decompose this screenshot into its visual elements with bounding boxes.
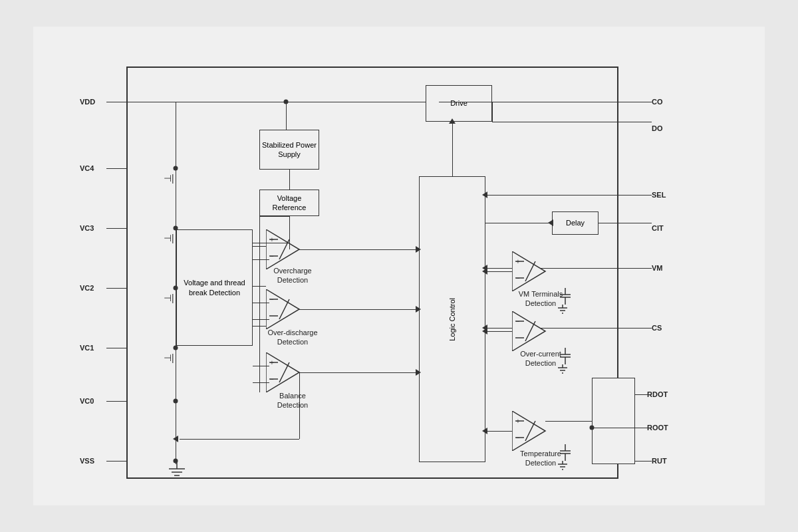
pin-vdd: VDD xyxy=(80,98,95,106)
arrow-ovdis-lc xyxy=(416,306,421,313)
wire-sel xyxy=(485,195,652,196)
pin-cit: CIT xyxy=(652,224,664,232)
svg-marker-21 xyxy=(512,251,545,291)
arrow-lc-drive xyxy=(449,118,456,124)
wire-ovdis-lc xyxy=(299,309,419,310)
svg-marker-15 xyxy=(266,352,299,392)
pin-vm: VM xyxy=(652,264,663,272)
pin-vc3: VC3 xyxy=(80,224,94,232)
wire-lc-delay xyxy=(485,223,552,223)
wire-vd-cmp2n xyxy=(253,319,269,320)
wire-vref-dist-v xyxy=(259,216,260,392)
pin-vc0: VC0 xyxy=(80,397,94,405)
ground-temp xyxy=(556,461,569,473)
svg-text:+: + xyxy=(270,359,274,366)
block-voltage-reference: Voltage Reference xyxy=(259,190,319,216)
wire-root xyxy=(592,428,652,428)
wire-rut xyxy=(635,461,652,462)
block-voltage-detection: Voltage and thread break Detection xyxy=(176,229,253,346)
ground-symbol xyxy=(164,462,190,482)
wire-rdot xyxy=(635,394,652,395)
pin-sel: SEL xyxy=(652,191,666,199)
svg-marker-10 xyxy=(266,289,299,329)
wire-drive-do xyxy=(492,102,493,122)
resistor-vc3: ⊣| xyxy=(164,233,174,243)
wire-vc3 xyxy=(106,228,126,229)
wire-anchor3 xyxy=(176,306,176,307)
pin-do: DO xyxy=(652,124,663,132)
arrow-oc-lc xyxy=(482,328,487,334)
svg-text:+: + xyxy=(516,418,520,425)
wire-ovch-lc xyxy=(299,249,419,250)
arrow-sel xyxy=(482,192,487,198)
wire-do xyxy=(492,122,652,122)
ground-oc xyxy=(556,364,569,376)
svg-text:−: − xyxy=(270,376,274,383)
arrow-ovch-lc xyxy=(416,246,421,253)
wire-vc0 xyxy=(106,401,126,402)
wire-vm xyxy=(485,268,652,269)
label-overdischarge: Over-dischargeDetection xyxy=(263,328,323,347)
svg-text:+: + xyxy=(516,258,520,265)
svg-text:−: − xyxy=(270,296,274,303)
svg-text:−: − xyxy=(270,253,274,260)
wire-vc2 xyxy=(106,288,126,289)
wire-left-vertical xyxy=(176,102,176,464)
wire-vc4 xyxy=(106,168,126,169)
wire-vd-cmp1p xyxy=(253,243,269,243)
label-balance: BalanceDetection xyxy=(266,391,319,410)
wire-lc-drive xyxy=(452,122,453,176)
wire-oc-lc xyxy=(485,331,512,332)
block-temp-box xyxy=(592,378,635,464)
wire-vref-comp xyxy=(289,216,290,249)
comparator-overcurrent: − xyxy=(512,311,559,351)
wire-vd-cmp2p xyxy=(253,303,269,303)
svg-marker-48 xyxy=(512,411,545,451)
wire-temp-root xyxy=(545,421,592,422)
svg-text:−: − xyxy=(516,275,520,282)
wire-vm-lc xyxy=(485,271,512,272)
wire-bal-lc xyxy=(299,372,419,373)
wire-vref-sps-h xyxy=(259,216,289,217)
wire-cs xyxy=(485,328,652,329)
label-overcharge: OverchargeDetection xyxy=(266,266,319,285)
resistor-vc2: ⊣| xyxy=(164,293,174,303)
pin-vc4: VC4 xyxy=(80,164,94,172)
arrow-bal-lc xyxy=(416,369,421,376)
wire-anchor xyxy=(176,246,176,247)
pin-vc1: VC1 xyxy=(80,344,94,352)
arrow-vm-lc xyxy=(482,268,487,275)
wire-vc1 xyxy=(106,348,126,348)
wire-vdd-r-ext xyxy=(439,102,618,102)
svg-text:−: − xyxy=(516,434,520,442)
wire-vd-cmp3n xyxy=(253,382,269,383)
block-stabilized-power-supply: Stabilized Power Supply xyxy=(259,130,319,170)
pin-vss: VSS xyxy=(80,457,94,465)
wire-vdd-top xyxy=(126,102,439,102)
comparator-temp: + − xyxy=(512,411,559,451)
block-logic-control: Logic Control xyxy=(419,176,485,462)
diagram-container: VDD VC4 VC3 VC2 VC1 VC0 VSS CO DO SEL CI… xyxy=(33,27,765,505)
block-drive: Drive xyxy=(426,85,492,122)
resistor-vc1: ⊣| xyxy=(164,352,174,363)
wire-vdd xyxy=(106,102,126,102)
wire-sps-vref xyxy=(289,170,290,190)
svg-marker-4 xyxy=(266,229,299,269)
comparator-vm: + − xyxy=(512,251,559,291)
wire-vref-comp-h xyxy=(266,243,289,243)
wire-lc-temp xyxy=(485,431,512,432)
pin-co: CO xyxy=(652,98,663,106)
wire-vss xyxy=(106,461,126,462)
pin-vc2: VC2 xyxy=(80,284,94,292)
wire-temp-root-v xyxy=(592,421,593,428)
resistor-vc4: ⊣| xyxy=(164,173,174,184)
wire-anchor2 xyxy=(176,273,176,273)
svg-marker-35 xyxy=(512,311,545,351)
block-delay: Delay xyxy=(552,211,598,235)
pin-rut: RUT xyxy=(652,457,667,465)
wire-vd-cmp3p xyxy=(253,366,269,366)
wire-bal-fb-h xyxy=(180,439,299,440)
arrow-lc-delay xyxy=(548,219,553,226)
wire-anchor4 xyxy=(176,339,176,340)
svg-text:−: − xyxy=(516,318,520,325)
